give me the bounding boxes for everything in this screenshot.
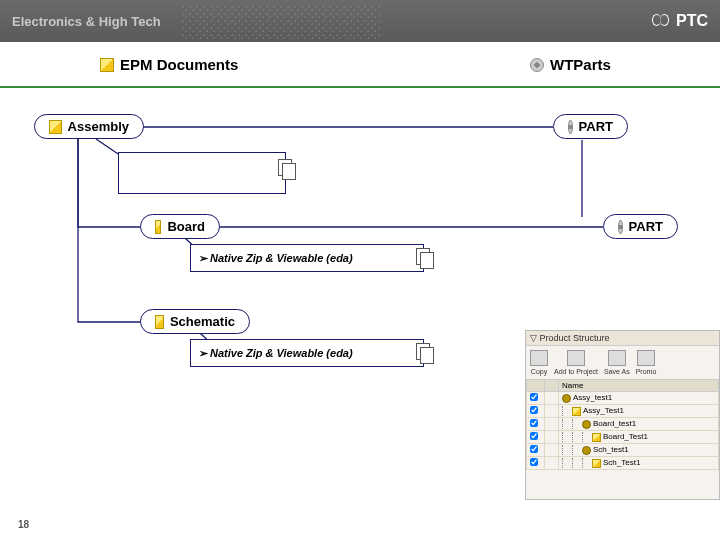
product-structure-panel: ▽ Product Structure Copy Add to Project … bbox=[525, 330, 720, 500]
part2-label: PART bbox=[629, 219, 663, 234]
document-icon bbox=[100, 58, 114, 72]
assembly-label: Assembly bbox=[68, 119, 129, 134]
gear-icon bbox=[562, 394, 571, 403]
row-checkbox[interactable] bbox=[530, 406, 538, 414]
row-checkbox[interactable] bbox=[530, 432, 538, 440]
row-checkbox[interactable] bbox=[530, 458, 538, 466]
header-title: Electronics & High Tech bbox=[12, 14, 161, 29]
logo: PTC bbox=[652, 11, 708, 31]
tool-copy[interactable]: Copy bbox=[530, 350, 548, 375]
part-node-2: PART bbox=[603, 214, 678, 239]
logo-text: PTC bbox=[676, 12, 708, 30]
tool-promo[interactable]: Promo bbox=[636, 350, 657, 375]
add-icon bbox=[567, 350, 585, 366]
divider-line bbox=[0, 86, 720, 88]
epm-section-label: EPM Documents bbox=[100, 56, 238, 73]
part1-label: PART bbox=[579, 119, 613, 134]
slide-content: EPM Documents WTParts Assembly PART Boar… bbox=[0, 42, 720, 540]
table-row[interactable]: Assy_test1 bbox=[527, 392, 719, 405]
tool-save[interactable]: Save As bbox=[604, 350, 630, 375]
board-label: Board bbox=[167, 219, 205, 234]
inset-toolbar: Copy Add to Project Save As Promo bbox=[526, 346, 719, 379]
gear-icon bbox=[582, 446, 591, 455]
row-checkbox[interactable] bbox=[530, 393, 538, 401]
header-decoration bbox=[180, 4, 380, 40]
copy-icon bbox=[530, 350, 548, 366]
document-icon bbox=[155, 220, 161, 234]
table-row[interactable]: Board_Test1 bbox=[527, 431, 719, 444]
logo-icon bbox=[652, 11, 672, 31]
copy-icon bbox=[416, 248, 434, 268]
assembly-attachment-box bbox=[118, 152, 286, 194]
document-icon bbox=[155, 315, 164, 329]
structure-table: Name Assy_test1Assy_Test1Board_test1Boar… bbox=[526, 379, 719, 470]
chevron-icon: ➢ bbox=[199, 252, 208, 265]
inset-title-text: Product Structure bbox=[540, 333, 610, 343]
row-checkbox[interactable] bbox=[530, 419, 538, 427]
assembly-node: Assembly bbox=[34, 114, 144, 139]
board-attachment-box: ➢ Native Zip & Viewable (eda) bbox=[190, 244, 424, 272]
wtparts-label-text: WTParts bbox=[550, 56, 611, 73]
header-bar: Electronics & High Tech PTC bbox=[0, 0, 720, 42]
inset-title: ▽ Product Structure bbox=[526, 331, 719, 346]
schematic-attachment-box: ➢ Native Zip & Viewable (eda) bbox=[190, 339, 424, 367]
gear-icon bbox=[582, 420, 591, 429]
board-attach-text: Native Zip & Viewable (eda) bbox=[210, 252, 353, 264]
slide-number: 18 bbox=[18, 519, 29, 530]
document-icon bbox=[592, 459, 601, 468]
gear-icon bbox=[568, 120, 573, 134]
document-icon bbox=[49, 120, 62, 134]
schematic-attach-text: Native Zip & Viewable (eda) bbox=[210, 347, 353, 359]
schematic-label: Schematic bbox=[170, 314, 235, 329]
col-name: Name bbox=[559, 380, 719, 392]
gear-icon bbox=[618, 220, 623, 234]
copy-icon bbox=[416, 343, 434, 363]
copy-icon bbox=[278, 159, 296, 179]
epm-label-text: EPM Documents bbox=[120, 56, 238, 73]
table-row[interactable]: Sch_Test1 bbox=[527, 457, 719, 470]
table-row[interactable]: Assy_Test1 bbox=[527, 405, 719, 418]
document-icon bbox=[572, 407, 581, 416]
board-node: Board bbox=[140, 214, 220, 239]
document-icon bbox=[592, 433, 601, 442]
row-checkbox[interactable] bbox=[530, 445, 538, 453]
tool-add[interactable]: Add to Project bbox=[554, 350, 598, 375]
table-row[interactable]: Board_test1 bbox=[527, 418, 719, 431]
promo-icon bbox=[637, 350, 655, 366]
table-row[interactable]: Sch_test1 bbox=[527, 444, 719, 457]
gear-icon bbox=[530, 58, 544, 72]
chevron-icon: ➢ bbox=[199, 347, 208, 360]
wtparts-section-label: WTParts bbox=[530, 56, 611, 73]
schematic-node: Schematic bbox=[140, 309, 250, 334]
part-node-1: PART bbox=[553, 114, 628, 139]
save-icon bbox=[608, 350, 626, 366]
